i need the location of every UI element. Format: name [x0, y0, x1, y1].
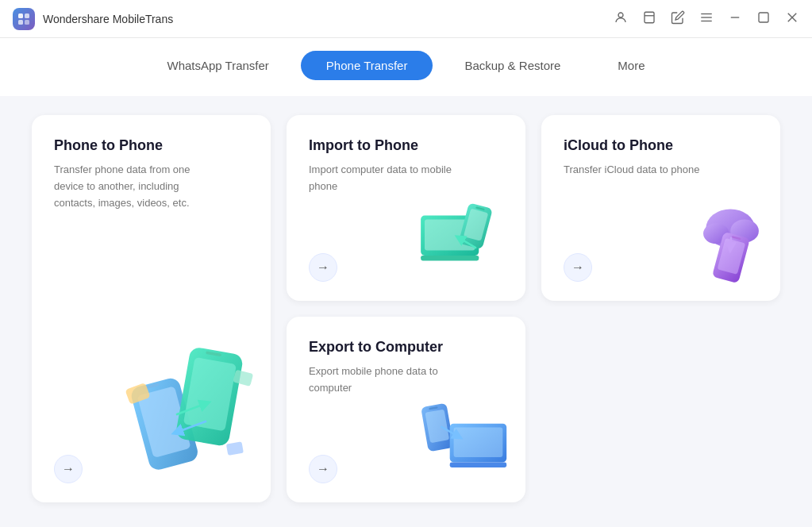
card-icloud-arrow[interactable]: →: [564, 253, 592, 282]
card-icloud-to-phone[interactable]: iCloud to Phone Transfer iCloud data to …: [541, 115, 780, 301]
svg-rect-40: [450, 462, 507, 467]
profile-icon[interactable]: [614, 10, 628, 28]
svg-rect-11: [759, 13, 768, 22]
svg-point-4: [618, 13, 623, 17]
bookmark-icon[interactable]: [642, 10, 656, 28]
tab-phone[interactable]: Phone Transfer: [301, 51, 433, 80]
card-phone-to-phone-arrow[interactable]: →: [54, 455, 83, 483]
edit-icon[interactable]: [671, 10, 685, 28]
card-phone-to-phone-desc: Transfer phone data from one device to a…: [54, 162, 213, 211]
tab-whatsapp[interactable]: WhatsApp Transfer: [141, 51, 294, 80]
card-export-arrow[interactable]: →: [309, 455, 337, 483]
app-title: Wondershare MobileTrans: [43, 13, 173, 25]
title-bar-left: Wondershare MobileTrans: [13, 8, 173, 30]
svg-rect-2: [18, 20, 23, 25]
title-bar: Wondershare MobileTrans: [0, 0, 812, 38]
tab-more[interactable]: More: [592, 51, 670, 80]
card-import-title: Import to Phone: [309, 137, 503, 154]
nav-bar: WhatsApp Transfer Phone Transfer Backup …: [0, 38, 812, 96]
card-icloud-title: iCloud to Phone: [564, 137, 758, 154]
card-export-title: Export to Computer: [309, 339, 503, 356]
card-import-to-phone[interactable]: Import to Phone Import computer data to …: [287, 115, 525, 301]
card-export-to-computer[interactable]: Export to Computer Export mobile phone d…: [287, 317, 525, 502]
export-illustration: [414, 391, 518, 494]
import-illustration: [414, 190, 518, 293]
svg-rect-25: [421, 256, 479, 261]
svg-rect-39: [454, 428, 503, 457]
icloud-illustration: [669, 190, 772, 293]
main-content: Phone to Phone Transfer phone data from …: [0, 96, 812, 521]
app-icon: [13, 8, 35, 30]
card-phone-to-phone-title: Phone to Phone: [54, 137, 248, 154]
maximize-icon[interactable]: [756, 10, 771, 28]
menu-icon[interactable]: [699, 10, 714, 28]
svg-rect-1: [25, 13, 29, 18]
title-bar-controls: [614, 10, 799, 28]
svg-rect-3: [25, 20, 29, 25]
card-icloud-desc: Transfer iCloud data to phone: [564, 162, 722, 179]
svg-rect-0: [18, 13, 23, 18]
minimize-icon[interactable]: [728, 10, 742, 28]
card-import-arrow[interactable]: →: [309, 253, 337, 282]
close-icon[interactable]: [785, 10, 799, 28]
card-phone-to-phone[interactable]: Phone to Phone Transfer phone data from …: [32, 115, 271, 502]
svg-rect-5: [645, 12, 654, 23]
tab-backup[interactable]: Backup & Restore: [439, 51, 586, 80]
phone-to-phone-illustration: [120, 328, 263, 487]
svg-rect-22: [226, 441, 244, 456]
